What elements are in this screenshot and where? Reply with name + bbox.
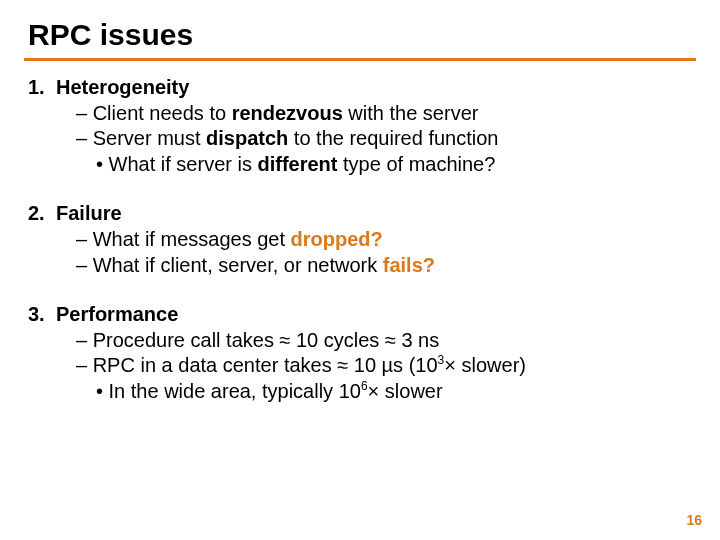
item-body: Heterogeneity– Client needs to rendezvou… [56, 75, 676, 177]
item-line: – What if messages get dropped? [56, 227, 676, 253]
item-number: 3. [24, 302, 56, 328]
item-line: • In the wide area, typically 106× slowe… [56, 379, 676, 405]
line-bold: rendezvous [232, 102, 343, 124]
item-body: Performance– Procedure call takes ≈ 10 c… [56, 302, 676, 404]
page-number: 16 [686, 512, 702, 528]
item-body: Failure– What if messages get dropped?– … [56, 201, 676, 278]
item-number: 1. [24, 75, 56, 101]
line-text: to the required function [288, 127, 498, 149]
title-rule [24, 58, 696, 61]
line-text: type of machine? [337, 153, 495, 175]
list-item: 1.Heterogeneity– Client needs to rendezv… [24, 75, 696, 177]
line-highlight: fails? [383, 254, 435, 276]
item-line: – Client needs to rendezvous with the se… [56, 101, 676, 127]
line-text: – Procedure call takes ≈ 10 cycles ≈ 3 n… [76, 329, 439, 351]
item-number: 2. [24, 201, 56, 227]
line-text: – Client needs to [76, 102, 232, 124]
item-line: – What if client, server, or network fai… [56, 253, 676, 279]
list-item: 3.Performance– Procedure call takes ≈ 10… [24, 302, 696, 404]
line-text: – RPC in a data center takes ≈ 10 µs (10 [76, 354, 438, 376]
item-line: – Server must dispatch to the required f… [56, 126, 676, 152]
line-text: – Server must [76, 127, 206, 149]
line-highlight: dropped? [291, 228, 383, 250]
line-text: – What if client, server, or network [76, 254, 383, 276]
line-text: • In the wide area, typically 10 [96, 380, 361, 402]
slide-title: RPC issues [24, 18, 696, 52]
slide-body: 1.Heterogeneity– Client needs to rendezv… [24, 75, 696, 405]
line-bold: different [257, 153, 337, 175]
item-line: – Procedure call takes ≈ 10 cycles ≈ 3 n… [56, 328, 676, 354]
line-text: × slower [368, 380, 443, 402]
list-item: 2.Failure– What if messages get dropped?… [24, 201, 696, 278]
item-line: • What if server is different type of ma… [56, 152, 676, 178]
line-text: × slower) [444, 354, 526, 376]
line-bold: dispatch [206, 127, 288, 149]
line-superscript: 6 [361, 379, 368, 393]
line-text: – What if messages get [76, 228, 291, 250]
line-text: • What if server is [96, 153, 257, 175]
item-heading: Failure [56, 201, 676, 227]
item-heading: Heterogeneity [56, 75, 676, 101]
line-text: with the server [343, 102, 479, 124]
item-line: – RPC in a data center takes ≈ 10 µs (10… [56, 353, 676, 379]
item-heading: Performance [56, 302, 676, 328]
